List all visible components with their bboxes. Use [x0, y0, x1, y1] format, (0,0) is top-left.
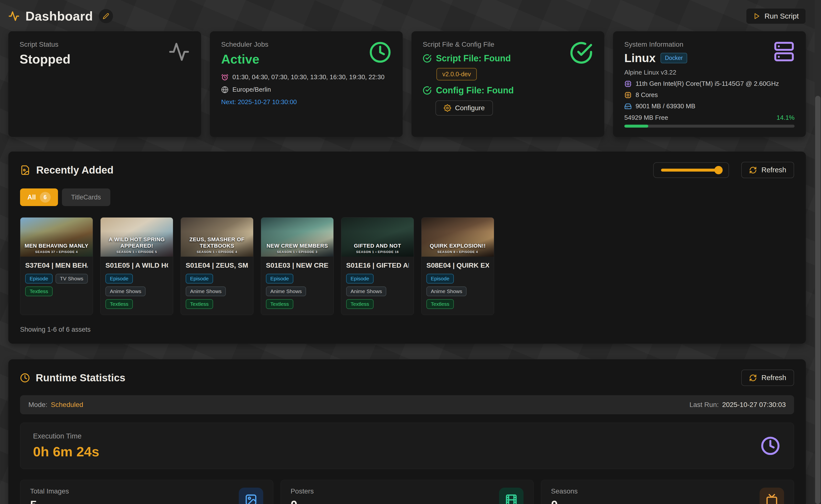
tab-all[interactable]: All 6 [20, 188, 58, 206]
thumbnail-title: NEW CREW MEMBERS [261, 243, 334, 249]
page-scrollbar[interactable] [815, 0, 821, 504]
stat-card: Total Images 5 [20, 480, 273, 504]
tab-titlecards[interactable]: TitleCards [62, 188, 110, 206]
asset-badges: EpisodeAnime ShowsTextless [346, 274, 409, 309]
asset-card[interactable]: A WILD HOT SPRING APPEARED! SEASON 1 • E… [100, 217, 173, 315]
scheduler-label: Scheduler Jobs [221, 41, 391, 48]
activity-icon [8, 11, 20, 22]
gear-icon [444, 104, 451, 112]
mode-value: Scheduled [51, 401, 83, 409]
asset-thumbnail: QUIRK EXPLOSION!! SEASON 8 • EPISODE 4 [421, 218, 494, 257]
tab-all-label: All [27, 194, 36, 201]
execution-time-label: Execution Time [33, 432, 781, 440]
alarm-clock-icon [221, 74, 229, 81]
page-title: Dashboard [25, 9, 93, 23]
asset-name: S08E04 | QUIRK EXPLOSI... [426, 262, 489, 269]
stat-label: Total Images [30, 487, 69, 495]
stat-card: Posters 0 [281, 480, 534, 504]
thumbnail-subtitle: SEASON 1 • EPISODE 5 [100, 250, 173, 254]
asset-filter-tabs: All 6 TitleCards [20, 188, 794, 206]
stat-value: 0 [291, 498, 314, 504]
refresh-label: Refresh [761, 166, 786, 174]
asset-badge-category: Anime Shows [105, 286, 145, 296]
asset-grid: MEN BEHAVING MANLY SEASON 37 • EPISODE 4… [20, 217, 794, 315]
play-icon [753, 13, 760, 20]
pencil-icon [103, 13, 109, 19]
script-status-value: Stopped [20, 52, 190, 66]
configure-button[interactable]: Configure [435, 100, 493, 116]
clock-icon [20, 373, 30, 383]
scheduler-value: Active [221, 52, 391, 66]
config-file-status: Config File: Found [423, 85, 593, 96]
asset-name: S01E16 | GIFTED AND NOT [346, 262, 409, 269]
stat-icon [499, 488, 523, 504]
recently-added-section: Recently Added Refresh All 6 TitleCards [8, 152, 806, 344]
tab-titlecards-label: TitleCards [71, 194, 101, 201]
asset-card[interactable]: QUIRK EXPLOSION!! SEASON 8 • EPISODE 4 S… [421, 217, 494, 315]
scheduler-jobs-card: Scheduler Jobs Active 01:30, 04:30, 07:3… [210, 31, 403, 137]
asset-name: S01E03 | NEW CREW ME... [266, 262, 329, 269]
last-run-value: 2025-10-27 07:30:03 [722, 401, 786, 409]
cpu-row: 11th Gen Intel(R) Core(TM) i5-1145G7 @ 2… [624, 80, 795, 88]
scrollbar-thumb[interactable] [815, 96, 821, 504]
scheduler-timezone-row: Europe/Berlin [221, 86, 391, 93]
cpu-icon [624, 91, 632, 99]
refresh-stats-button[interactable]: Refresh [741, 370, 794, 386]
asset-card[interactable]: MEN BEHAVING MANLY SEASON 37 • EPISODE 4… [20, 217, 93, 315]
stat-label: Seasons [551, 487, 577, 495]
version-badge: v2.0.0-dev [436, 68, 477, 80]
thumbnail-size-slider[interactable] [653, 162, 729, 178]
cpu-icon [624, 80, 632, 88]
asset-badges: EpisodeAnime ShowsTextless [186, 274, 248, 309]
asset-thumbnail: MEN BEHAVING MANLY SEASON 37 • EPISODE 4 [20, 218, 93, 257]
stat-value: 0 [551, 498, 577, 504]
refresh-assets-button[interactable]: Refresh [741, 162, 794, 178]
server-icon [774, 41, 795, 62]
page-header: Dashboard Run Script [8, 4, 806, 28]
thumbnail-subtitle: SEASON 1 • EPISODE 16 [341, 250, 414, 254]
configure-label: Configure [455, 104, 485, 112]
thumbnail-subtitle: SEASON 1 • EPISODE 3 [261, 250, 334, 254]
stats-grid: Total Images 5 Posters 0 [20, 480, 794, 504]
scheduler-next-run: Next: 2025-10-27 10:30:00 [221, 98, 391, 106]
dashboard-page: Dashboard Run Script Script Status Stopp… [0, 0, 821, 504]
execution-time-card: Execution Time 0h 6m 24s [20, 423, 794, 469]
thumbnail-title: MEN BEHAVING MANLY [20, 243, 93, 249]
asset-badge-textless: Textless [426, 299, 454, 309]
asset-badge-category: Anime Shows [426, 286, 466, 296]
asset-card[interactable]: ZEUS, SMASHER OF TEXTBOOKS SEASON 1 • EP… [180, 217, 254, 315]
run-mode-bar: Mode: Scheduled Last Run: 2025-10-27 07:… [20, 395, 794, 414]
files-label: Script File & Config File [423, 41, 593, 48]
asset-badge-textless: Textless [186, 299, 213, 309]
scheduler-times: 01:30, 04:30, 07:30, 10:30, 13:30, 16:30… [233, 73, 385, 81]
asset-thumbnail: GIFTED AND NOT SEASON 1 • EPISODE 16 [341, 218, 414, 257]
stat-icon [239, 488, 263, 504]
asset-name: S01E04 | ZEUS, SMASHER... [186, 262, 248, 269]
thumbnail-title: ZEUS, SMASHER OF TEXTBOOKS [181, 236, 253, 249]
stat-card: Seasons 0 [541, 480, 794, 504]
edit-dashboard-button[interactable] [99, 9, 113, 23]
cores-text: 8 Cores [636, 91, 658, 99]
asset-badge-episode: Episode [426, 274, 454, 284]
asset-badges: EpisodeAnime ShowsTextless [426, 274, 489, 309]
memory-free-text: 54929 MB Free [624, 114, 668, 121]
memory-text: 9001 MB / 63930 MB [636, 102, 695, 110]
asset-badge-episode: Episode [105, 274, 133, 284]
script-file-text: Script File: Found [436, 53, 511, 64]
asset-name: S01E05 | A WILD HOT SP... [105, 262, 168, 269]
refresh-icon [749, 166, 757, 174]
config-file-text: Config File: Found [436, 85, 514, 96]
asset-badge-episode: Episode [186, 274, 213, 284]
run-script-button[interactable]: Run Script [746, 8, 806, 24]
cpu-text: 11th Gen Intel(R) Core(TM) i5-1145G7 @ 2… [636, 80, 779, 88]
asset-card[interactable]: GIFTED AND NOT SEASON 1 • EPISODE 16 S01… [341, 217, 414, 315]
thumbnail-title: GIFTED AND NOT [341, 243, 414, 249]
script-file-status: Script File: Found [423, 53, 593, 64]
last-run-label: Last Run: [689, 401, 719, 409]
clock-icon [369, 41, 391, 64]
asset-name: S37E04 | MEN BEHAVING... [25, 262, 88, 269]
asset-badge-textless: Textless [25, 286, 53, 296]
asset-card[interactable]: NEW CREW MEMBERS SEASON 1 • EPISODE 3 S0… [261, 217, 334, 315]
asset-badge-textless: Textless [346, 299, 374, 309]
slider-thumb[interactable] [714, 166, 723, 174]
